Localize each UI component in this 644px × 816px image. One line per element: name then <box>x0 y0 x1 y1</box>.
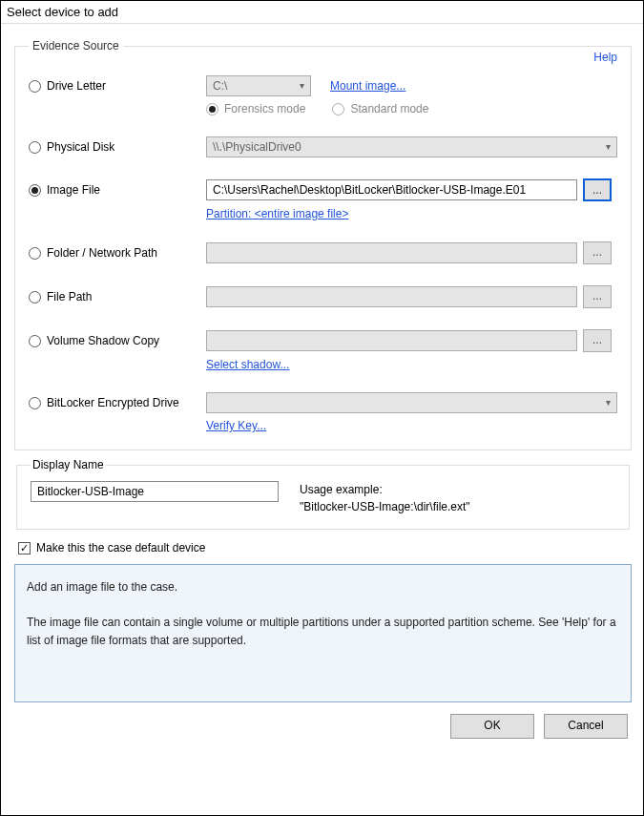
drive-letter-value: C:\ <box>213 79 227 93</box>
radio-icon <box>29 291 41 303</box>
radio-icon <box>29 141 41 154</box>
standard-mode-label: Standard mode <box>350 102 428 115</box>
default-device-checkbox[interactable]: ✓ Make this the case default device <box>18 541 630 554</box>
chevron-down-icon: ▾ <box>300 80 304 91</box>
radio-icon <box>332 103 344 115</box>
folder-path-radio[interactable]: Folder / Network Path <box>29 246 200 260</box>
cancel-button[interactable]: Cancel <box>544 714 628 739</box>
standard-mode-radio: Standard mode <box>332 102 428 115</box>
default-device-label: Make this the case default device <box>36 541 205 554</box>
radio-icon <box>29 397 41 409</box>
ok-button[interactable]: OK <box>450 714 534 739</box>
display-name-legend: Display Name <box>31 458 106 471</box>
evidence-source-group: Evidence Source Help Drive Letter C:\ ▾ … <box>14 39 632 450</box>
partition-link[interactable]: Partition: <entire image file> <box>206 207 577 220</box>
radio-icon <box>29 247 41 260</box>
chevron-down-icon: ▾ <box>606 141 611 152</box>
image-file-radio[interactable]: Image File <box>29 183 200 197</box>
usage-example: Usage example: "Bitlocker-USB-Image:\dir… <box>300 481 470 515</box>
file-path-label: File Path <box>47 290 92 303</box>
bitlocker-radio[interactable]: BitLocker Encrypted Drive <box>29 396 200 409</box>
bitlocker-combo[interactable]: ▾ <box>206 392 617 413</box>
display-name-group: Display Name Usage example: "Bitlocker-U… <box>16 458 630 530</box>
info-line2: The image file can contain a single volu… <box>27 614 619 649</box>
bitlocker-label: BitLocker Encrypted Drive <box>47 396 179 409</box>
physical-disk-label: Physical Disk <box>47 140 114 154</box>
folder-path-label: Folder / Network Path <box>47 246 157 260</box>
usage-title: Usage example: <box>300 481 470 498</box>
drive-letter-label: Drive Letter <box>47 79 106 93</box>
verify-key-link[interactable]: Verify Key... <box>206 419 577 432</box>
forensics-mode-radio: Forensics mode <box>206 102 305 115</box>
physical-disk-value: \\.\PhysicalDrive0 <box>213 140 301 154</box>
dialog-body: Evidence Source Help Drive Letter C:\ ▾ … <box>1 24 643 748</box>
vsc-browse-button[interactable]: ... <box>583 329 612 352</box>
radio-icon <box>206 103 218 115</box>
chevron-down-icon: ▾ <box>606 397 611 408</box>
physical-disk-combo[interactable]: \\.\PhysicalDrive0 ▾ <box>206 136 617 157</box>
folder-path-input <box>206 242 577 263</box>
file-path-radio[interactable]: File Path <box>29 290 200 303</box>
info-panel: Add an image file to the case. The image… <box>14 564 632 702</box>
dialog-title: Select device to add <box>1 1 643 24</box>
file-path-input <box>206 286 577 307</box>
vsc-label: Volume Shadow Copy <box>47 334 159 347</box>
radio-icon <box>29 184 41 197</box>
mount-image-link[interactable]: Mount image... <box>330 79 405 93</box>
drive-letter-combo[interactable]: C:\ ▾ <box>206 75 311 96</box>
drive-letter-radio[interactable]: Drive Letter <box>29 79 200 93</box>
folder-path-browse-button[interactable]: ... <box>583 241 612 264</box>
forensics-mode-label: Forensics mode <box>224 102 305 115</box>
image-file-browse-button[interactable]: ... <box>583 178 612 201</box>
info-line1: Add an image file to the case. <box>27 578 619 596</box>
display-name-input[interactable] <box>31 481 279 502</box>
evidence-source-legend: Evidence Source <box>29 39 123 52</box>
help-link[interactable]: Help <box>593 51 617 64</box>
usage-value: "Bitlocker-USB-Image:\dir\file.ext" <box>300 498 470 515</box>
file-path-browse-button[interactable]: ... <box>583 285 612 308</box>
radio-icon <box>29 80 41 93</box>
image-file-label: Image File <box>47 183 100 197</box>
checkbox-icon: ✓ <box>18 542 31 554</box>
radio-icon <box>29 335 41 347</box>
physical-disk-radio[interactable]: Physical Disk <box>29 140 200 154</box>
image-file-input[interactable] <box>206 179 577 200</box>
vsc-radio[interactable]: Volume Shadow Copy <box>29 334 200 347</box>
vsc-input <box>206 330 577 351</box>
select-shadow-link[interactable]: Select shadow... <box>206 358 577 371</box>
